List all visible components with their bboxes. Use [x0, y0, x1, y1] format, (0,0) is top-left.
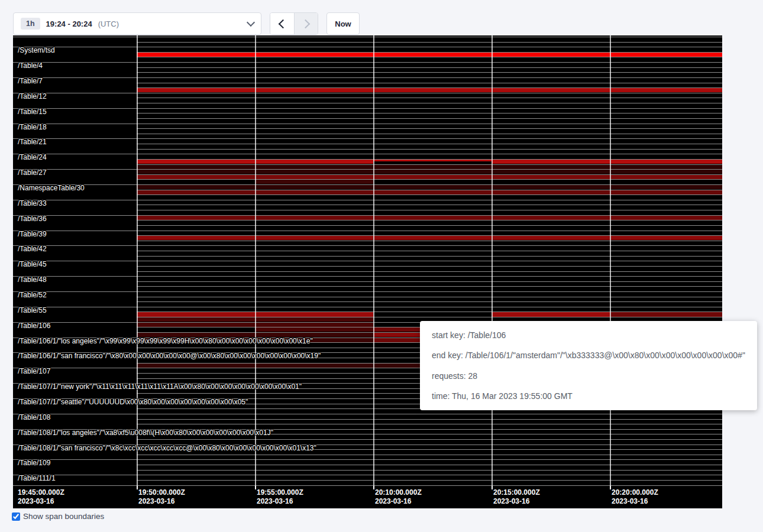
span-boundary-line — [137, 225, 722, 226]
span-key-label: /Table/106 — [18, 322, 50, 330]
heat-band[interactable] — [610, 312, 722, 316]
axis-tick-mark — [492, 486, 493, 489]
time-range-dropdown[interactable]: 1h 19:24 - 20:24 (UTC) — [13, 12, 261, 35]
now-button[interactable]: Now — [326, 12, 360, 35]
time-axis-label: 19:50:00.000Z2023-03-16 — [138, 488, 185, 506]
span-boundary-line — [137, 47, 722, 47]
span-boundary-line — [137, 245, 722, 246]
span-key-label: /Table/42 — [18, 245, 47, 253]
span-boundary-line — [137, 200, 722, 200]
heat-band[interactable] — [255, 327, 373, 332]
span-boundary-line — [137, 179, 722, 180]
span-boundary-line — [137, 138, 722, 139]
span-key-label: /Table/45 — [18, 260, 47, 268]
span-boundary-line — [137, 205, 722, 205]
time-bucket-line — [137, 35, 138, 486]
span-boundary-line — [137, 261, 722, 261]
heat-band[interactable] — [137, 185, 722, 189]
span-boundary-line — [137, 475, 722, 475]
heat-band[interactable] — [137, 175, 722, 179]
span-boundary-line — [137, 108, 722, 109]
span-key-label: /Table/106/1/"san francisco"/"\x80\x00\x… — [18, 352, 321, 360]
axis-date: 2023-03-16 — [375, 497, 422, 506]
show-span-boundaries-label: Show span boundaries — [23, 512, 104, 521]
heat-band[interactable] — [492, 160, 722, 164]
span-key-label: /Table/21 — [18, 138, 47, 146]
prev-time-button[interactable] — [270, 13, 294, 34]
span-boundary-line — [137, 190, 722, 190]
heat-band[interactable] — [137, 216, 722, 220]
heat-band[interactable] — [137, 190, 722, 194]
heat-band[interactable] — [137, 236, 722, 240]
span-boundary-line — [137, 113, 722, 113]
time-axis-label: 19:45:00.000Z2023-03-16 — [18, 488, 64, 506]
span-boundary-line — [137, 194, 722, 195]
span-key-label: /Table/36 — [18, 215, 47, 223]
span-boundary-line — [13, 485, 137, 486]
time-bucket-line — [255, 35, 256, 486]
heat-band[interactable] — [492, 312, 610, 316]
span-boundary-line — [137, 455, 722, 455]
span-key-label: /Table/48 — [18, 275, 47, 284]
span-boundary-line — [137, 103, 722, 103]
span-key-label: /Table/52 — [18, 291, 47, 299]
axis-date: 2023-03-16 — [257, 497, 303, 506]
axis-tick-mark — [137, 486, 138, 489]
time-bucket-line — [373, 35, 374, 486]
span-boundary-line — [137, 174, 722, 175]
span-boundary-line — [137, 266, 722, 267]
show-span-boundaries-checkbox[interactable] — [12, 512, 20, 521]
span-key-label: /Table/108/1/"san francisco"/"\x8c\xcc\x… — [18, 444, 316, 452]
span-boundary-line — [137, 37, 722, 37]
chevron-right-icon — [300, 19, 310, 28]
span-boundary-line — [137, 424, 722, 424]
span-boundary-line — [137, 149, 722, 150]
span-boundary-line — [137, 276, 722, 277]
span-boundary-line — [137, 241, 722, 241]
time-toolbar: 1h 19:24 - 20:24 (UTC) Now — [13, 12, 360, 35]
heat-band[interactable] — [373, 160, 492, 161]
axis-time: 19:50:00.000Z — [138, 488, 185, 497]
span-boundary-line — [137, 67, 722, 68]
heat-band[interactable] — [137, 170, 722, 174]
time-nav-button-group — [270, 12, 318, 35]
axis-time: 19:55:00.000Z — [257, 488, 303, 497]
span-key-label: /System/tsd — [18, 46, 55, 54]
span-boundary-line — [137, 77, 722, 78]
span-boundary-line — [137, 134, 722, 134]
span-boundary-line — [137, 286, 722, 287]
span-boundary-line — [137, 154, 722, 154]
span-tooltip: start key: /Table/106 end key: /Table/10… — [420, 321, 757, 410]
span-boundary-line — [137, 164, 722, 165]
span-boundary-line — [137, 118, 722, 119]
span-key-label: /NamespaceTable/30 — [18, 184, 85, 192]
span-boundary-line — [137, 235, 722, 236]
axis-date: 2023-03-16 — [138, 497, 185, 506]
span-key-label: /Table/108/1/"los angeles"/"\xa8\xf5\u00… — [18, 429, 273, 437]
span-key-label: /Table/12 — [18, 92, 47, 100]
span-boundary-line — [137, 312, 722, 312]
heat-band[interactable] — [255, 180, 373, 184]
span-boundary-line — [137, 480, 722, 481]
key-visualizer-heatmap[interactable]: /System/tsd/Table/4/Table/7/Table/12/Tab… — [13, 35, 722, 508]
time-axis-label: 20:15:00.000Z2023-03-16 — [493, 488, 540, 506]
span-boundary-line — [137, 297, 722, 297]
span-boundary-line — [137, 57, 722, 57]
span-boundary-line — [137, 124, 722, 124]
time-bucket-line — [610, 35, 611, 486]
span-key-label: /Table/4 — [18, 61, 43, 70]
next-time-button[interactable] — [294, 13, 318, 34]
span-key-label: /Table/108 — [18, 413, 50, 421]
time-axis-label: 20:10:00.000Z2023-03-16 — [375, 488, 422, 506]
axis-tick-mark — [373, 486, 374, 489]
span-key-label: /Table/39 — [18, 230, 47, 238]
heat-band[interactable] — [137, 88, 722, 92]
heat-band[interactable] — [137, 53, 722, 57]
span-boundary-line — [137, 317, 722, 317]
time-axis-label: 19:55:00.000Z2023-03-16 — [257, 488, 303, 506]
span-boundary-line — [137, 184, 722, 185]
span-boundary-line — [137, 439, 722, 440]
span-boundary-line — [137, 210, 722, 210]
heat-band[interactable] — [137, 165, 722, 169]
span-boundary-line — [137, 220, 722, 220]
